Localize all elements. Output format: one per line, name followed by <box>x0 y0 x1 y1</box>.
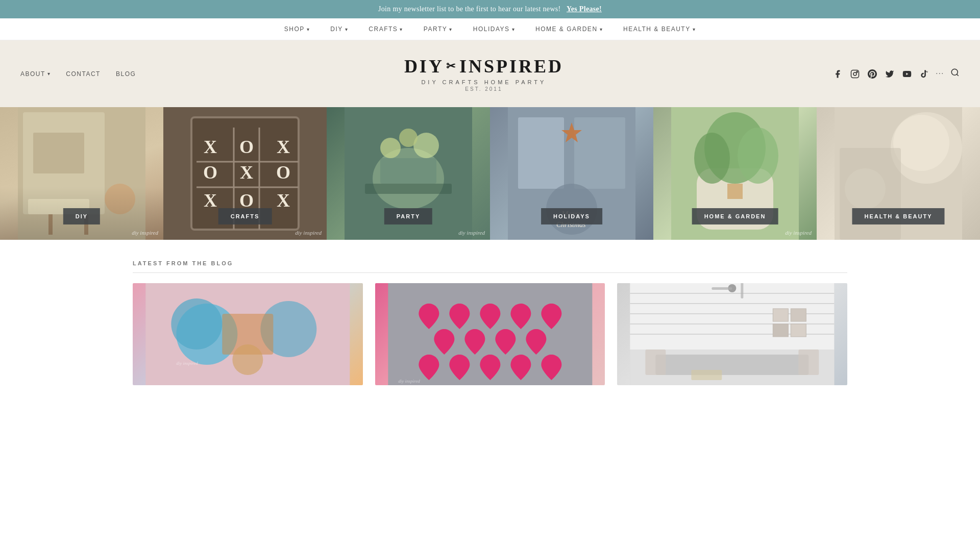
svg-text:X: X <box>204 137 217 157</box>
banner-text: Join my newsletter list to be the first … <box>378 5 560 13</box>
instagram-icon[interactable] <box>849 68 861 80</box>
svg-point-2 <box>856 71 857 72</box>
nav-diy[interactable]: DIY ▾ <box>330 26 348 33</box>
more-icons[interactable]: ··· <box>936 70 945 78</box>
chevron-down-icon: ▾ <box>47 71 51 77</box>
blog-card-1[interactable]: diy inspired <box>133 283 363 385</box>
chevron-down-icon: ▾ <box>512 27 516 32</box>
svg-rect-74 <box>712 287 732 290</box>
svg-point-52 <box>845 168 886 209</box>
svg-line-5 <box>957 74 958 76</box>
chevron-down-icon: ▾ <box>600 27 603 32</box>
social-icons: ··· <box>832 68 960 80</box>
contact-link[interactable]: CONTACT <box>66 70 101 78</box>
search-button[interactable] <box>950 68 960 80</box>
about-link[interactable]: ABOUT ▾ <box>20 70 51 78</box>
watermark-diy: diy inspired <box>132 230 158 236</box>
svg-rect-70 <box>656 355 809 375</box>
svg-text:O: O <box>203 162 217 183</box>
pinterest-icon[interactable] <box>867 68 878 80</box>
category-holidays[interactable]: Merry Christmas HOLIDAYS <box>490 107 653 240</box>
category-home-garden[interactable]: HOME & GARDEN diy inspired <box>653 107 817 240</box>
nav-crafts[interactable]: CRAFTS ▾ <box>369 26 403 33</box>
chevron-down-icon: ▾ <box>345 27 349 32</box>
nav-party[interactable]: PARTY ▾ <box>424 26 453 33</box>
svg-rect-37 <box>574 117 625 189</box>
nav-home-garden[interactable]: HOME & GARDEN ▾ <box>535 26 603 33</box>
category-party[interactable]: PARTY diy inspired <box>327 107 490 240</box>
svg-text:X: X <box>204 190 217 211</box>
category-crafts[interactable]: X O X O X O X O X CRAFTS diy inspired <box>163 107 327 240</box>
blog-image-3 <box>617 283 847 385</box>
svg-rect-77 <box>791 309 806 321</box>
logo-subtitle: DIY CRAFTS HOME PARTY <box>136 79 831 85</box>
svg-rect-34 <box>365 184 452 194</box>
svg-rect-75 <box>741 283 744 298</box>
blog-card-2[interactable]: diy inspired <box>375 283 605 385</box>
svg-rect-79 <box>791 324 806 337</box>
category-label-diy: DIY <box>63 208 100 224</box>
svg-point-1 <box>853 72 856 76</box>
svg-point-31 <box>380 138 401 158</box>
svg-rect-11 <box>48 214 53 235</box>
svg-point-4 <box>951 69 958 75</box>
category-health-beauty[interactable]: HEALTH & BEAUTY <box>817 107 980 240</box>
watermark-party: diy inspired <box>458 230 485 236</box>
facebook-icon[interactable] <box>832 68 843 80</box>
blog-image-1: diy inspired <box>133 283 363 385</box>
nav-shop[interactable]: SHOP ▾ <box>284 26 310 33</box>
chevron-down-icon: ▾ <box>307 27 310 32</box>
category-diy[interactable]: DIY diy inspired <box>0 107 163 240</box>
blog-image-2: diy inspired <box>375 283 605 385</box>
banner-link[interactable]: Yes Please! <box>567 5 602 13</box>
twitter-icon[interactable] <box>884 68 895 80</box>
header-left-nav: ABOUT ▾ CONTACT BLOG <box>20 70 136 78</box>
category-label-home-garden: HOME & GARDEN <box>692 208 778 224</box>
logo-diy: DIY <box>404 56 444 77</box>
svg-point-50 <box>893 115 949 171</box>
site-logo[interactable]: DIY ✂ INSPIRED DIY CRAFTS HOME PARTY EST… <box>136 56 831 92</box>
svg-rect-47 <box>727 184 743 199</box>
watermark-home: diy inspired <box>785 230 812 236</box>
blog-section-title: LATEST FROM THE BLOG <box>133 260 847 273</box>
top-banner: Join my newsletter list to be the first … <box>0 0 980 18</box>
svg-rect-78 <box>773 324 789 337</box>
youtube-icon[interactable] <box>901 68 913 80</box>
svg-text:O: O <box>239 190 254 211</box>
svg-point-33 <box>399 129 418 147</box>
chevron-down-icon: ▾ <box>449 27 453 32</box>
svg-text:X: X <box>277 190 290 211</box>
nav-health-beauty[interactable]: HEALTH & BEAUTY ▾ <box>623 26 696 33</box>
logo-inspired: INSPIRED <box>459 56 564 77</box>
site-header: ABOUT ▾ CONTACT BLOG DIY ✂ INSPIRED DIY … <box>0 40 980 107</box>
svg-rect-30 <box>380 158 436 184</box>
chevron-down-icon: ▾ <box>400 27 403 32</box>
svg-rect-80 <box>692 370 722 380</box>
blog-grid: diy inspired <box>133 283 847 385</box>
blog-section: LATEST FROM THE BLOG diy inspired <box>0 240 980 406</box>
blog-link[interactable]: BLOG <box>116 70 136 78</box>
category-label-health-beauty: HEALTH & BEAUTY <box>852 208 944 224</box>
category-label-crafts: CRAFTS <box>218 208 272 224</box>
logo-est: EST. 2011 <box>136 86 831 92</box>
svg-point-10 <box>105 184 135 214</box>
primary-nav: SHOP ▾ DIY ▾ CRAFTS ▾ PARTY ▾ HOLIDAYS ▾… <box>0 18 980 40</box>
nav-holidays[interactable]: HOLIDAYS ▾ <box>473 26 515 33</box>
svg-point-46 <box>738 128 778 184</box>
svg-text:O: O <box>276 162 290 183</box>
watermark-crafts: diy inspired <box>295 230 322 236</box>
svg-point-58 <box>232 344 263 375</box>
category-label-holidays: HOLIDAYS <box>541 208 602 224</box>
svg-text:O: O <box>239 137 254 157</box>
svg-point-45 <box>694 133 730 184</box>
blog-card-3[interactable] <box>617 283 847 385</box>
svg-text:X: X <box>277 137 290 157</box>
svg-point-55 <box>171 298 222 349</box>
svg-rect-72 <box>799 349 819 375</box>
svg-rect-71 <box>646 349 666 375</box>
tiktok-icon[interactable] <box>919 68 930 80</box>
svg-text:diy inspired: diy inspired <box>176 361 198 366</box>
chevron-down-icon: ▾ <box>693 27 696 32</box>
svg-rect-76 <box>773 309 789 321</box>
svg-text:diy inspired: diy inspired <box>398 379 420 384</box>
